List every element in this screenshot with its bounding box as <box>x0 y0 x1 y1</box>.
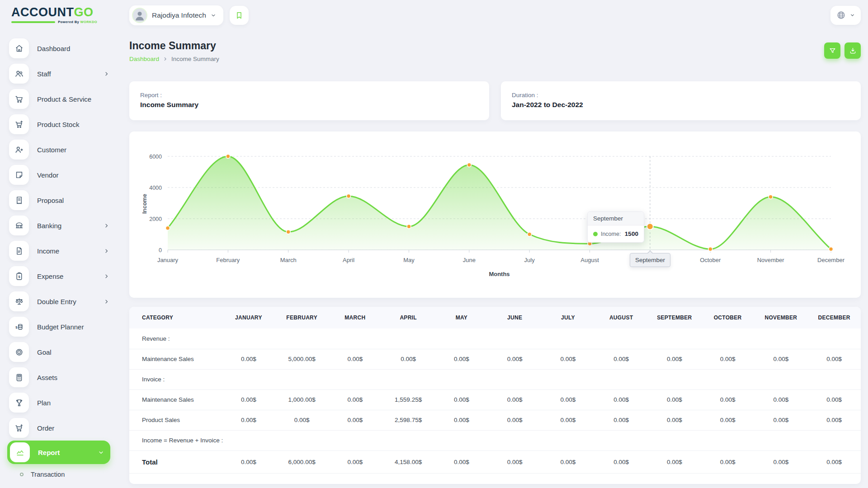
brand-underline <box>11 21 55 23</box>
tooltip-body: Income: 1500 <box>588 225 644 242</box>
cell-maintenance-sales-january: 0.00$ <box>222 349 275 369</box>
sidebar-item-label: Plan <box>37 399 51 407</box>
calculator-icon <box>9 367 29 387</box>
funnel-icon <box>829 47 836 55</box>
cell-maintenance-sales-march: 0.00$ <box>329 349 382 369</box>
chevron-down-icon <box>211 13 216 18</box>
cart-plus-icon <box>9 418 29 438</box>
sidebar-item-order[interactable]: Order <box>0 415 118 441</box>
data-point-september[interactable] <box>647 223 653 230</box>
column-header-march: MARCH <box>329 307 382 328</box>
sidebar-item-label: Customer <box>37 146 66 154</box>
cell-product-sales-june: 0.00$ <box>488 410 542 430</box>
sidebar-item-plan[interactable]: Plan <box>0 390 118 415</box>
brand-tagline: Powered By WORKDO <box>11 20 97 24</box>
cell-maintenance-sales-december: 0.00$ <box>807 349 861 369</box>
cell-maintenance-sales-june: 0.00$ <box>488 349 542 369</box>
data-point-march[interactable] <box>286 230 290 234</box>
data-point-may[interactable] <box>407 225 411 229</box>
sidebar-item-double-entry[interactable]: Double Entry <box>0 289 118 314</box>
sidebar-item-proposal[interactable]: Proposal <box>0 188 118 213</box>
note-icon <box>9 165 29 185</box>
chevron-right-icon <box>104 223 109 229</box>
sidebar-item-expense[interactable]: $Expense <box>0 263 118 289</box>
sidebar-item-label: Product Stock <box>37 121 79 128</box>
x-tick-november: November <box>757 257 785 263</box>
sidebar-item-customer[interactable]: Customer <box>0 137 118 162</box>
sidebar-item-label: Product & Service <box>37 95 91 103</box>
section-row-invoice: Invoice : <box>129 369 861 389</box>
table-header-row: CATEGORYJANUARYFEBRUARYMARCHAPRILMAYJUNE… <box>129 307 861 328</box>
data-point-january[interactable] <box>166 226 170 230</box>
sidebar-item-label: Staff <box>37 70 51 78</box>
y-tick-2000: 2000 <box>149 216 162 222</box>
cell-maintenance-sales-february: 5,000.00$ <box>275 349 329 369</box>
sidebar-item-income[interactable]: Income <box>0 238 118 263</box>
cell-total-june: 0.00$ <box>488 450 542 473</box>
cell-total-july: 0.00$ <box>542 450 595 473</box>
column-header-august: AUGUST <box>594 307 648 328</box>
bookmark-button[interactable] <box>230 6 249 25</box>
section-label: Invoice : <box>129 369 861 389</box>
app-root: ACCOUNTGO Powered By WORKDO DashboardSta… <box>0 0 868 488</box>
axis-pointer-label: September <box>630 253 670 267</box>
download-icon <box>849 47 857 55</box>
sidebar-item-vendor[interactable]: Vendor <box>0 162 118 188</box>
column-header-october: OCTOBER <box>701 307 755 328</box>
sidebar-item-goal[interactable]: Goal <box>0 339 118 365</box>
cell-total-april: 4,158.00$ <box>382 450 435 473</box>
x-tick-july: July <box>524 257 535 263</box>
brand-name-secondary: GO <box>74 5 94 19</box>
sidebar-item-report[interactable]: Report <box>7 441 110 464</box>
cell-product-sales-january: 0.00$ <box>222 410 275 430</box>
data-point-november[interactable] <box>769 195 773 199</box>
cell-maintenance-sales-july: 0.00$ <box>542 349 595 369</box>
data-point-december[interactable] <box>829 247 833 251</box>
cell-maintenance-sales-june: 0.00$ <box>488 389 542 410</box>
cell-maintenance-sales-july: 0.00$ <box>542 389 595 410</box>
income-area <box>168 156 831 250</box>
data-point-april[interactable] <box>347 194 351 198</box>
sidebar-item-budget-planner[interactable]: $Budget Planner <box>0 314 118 339</box>
data-point-february[interactable] <box>226 155 230 159</box>
person-icon <box>133 9 146 22</box>
company-name: Rajodiya Infotech <box>152 11 206 19</box>
target-icon <box>9 342 29 362</box>
cell-product-sales-november: 0.00$ <box>755 410 808 430</box>
sidebar-item-banking[interactable]: Banking <box>0 213 118 238</box>
column-header-november: NOVEMBER <box>755 307 808 328</box>
chevron-right-icon <box>104 71 109 77</box>
sidebar-item-label: Budget Planner <box>37 323 84 331</box>
staff-icon <box>9 64 29 84</box>
y-tick-4000: 4000 <box>149 185 162 191</box>
income-summary-table: CATEGORYJANUARYFEBRUARYMARCHAPRILMAYJUNE… <box>129 307 861 474</box>
language-selector[interactable] <box>830 6 861 25</box>
data-point-june[interactable] <box>467 163 471 167</box>
trophy-icon <box>9 393 29 413</box>
cell-maintenance-sales-october: 0.00$ <box>701 389 755 410</box>
table-row-product-sales: Product Sales0.00$0.00$0.00$2,598.75$0.0… <box>129 410 861 430</box>
company-selector[interactable]: Rajodiya Infotech <box>129 5 223 25</box>
tooltip-title: September <box>588 212 644 225</box>
brand-logo[interactable]: ACCOUNTGO Powered By WORKDO <box>0 5 97 24</box>
sidebar-item-product-service[interactable]: Product & Service <box>0 86 118 112</box>
breadcrumb-dashboard-link[interactable]: Dashboard <box>129 56 159 62</box>
bullet-icon <box>20 473 24 476</box>
sidebar-subitem-transaction[interactable]: Transaction <box>0 464 118 485</box>
x-tick-december: December <box>817 257 845 263</box>
duration-card-label: Duration : <box>512 92 850 99</box>
x-tick-march: March <box>280 257 297 263</box>
download-button[interactable] <box>844 42 861 59</box>
sidebar-item-staff[interactable]: Staff <box>0 61 118 86</box>
sidebar-item-assets[interactable]: Assets <box>0 365 118 390</box>
sidebar-item-product-stock[interactable]: Product Stock <box>0 112 118 137</box>
data-point-july[interactable] <box>528 232 532 236</box>
column-header-february: FEBRUARY <box>275 307 329 328</box>
cell-total-december: 0.00$ <box>807 450 861 473</box>
sidebar-item-dashboard[interactable]: Dashboard <box>0 36 118 61</box>
x-tick-february: February <box>216 257 240 263</box>
svg-text:$: $ <box>15 325 18 329</box>
data-point-october[interactable] <box>708 247 712 251</box>
cell-total-may: 0.00$ <box>435 450 488 473</box>
filter-button[interactable] <box>824 42 840 59</box>
